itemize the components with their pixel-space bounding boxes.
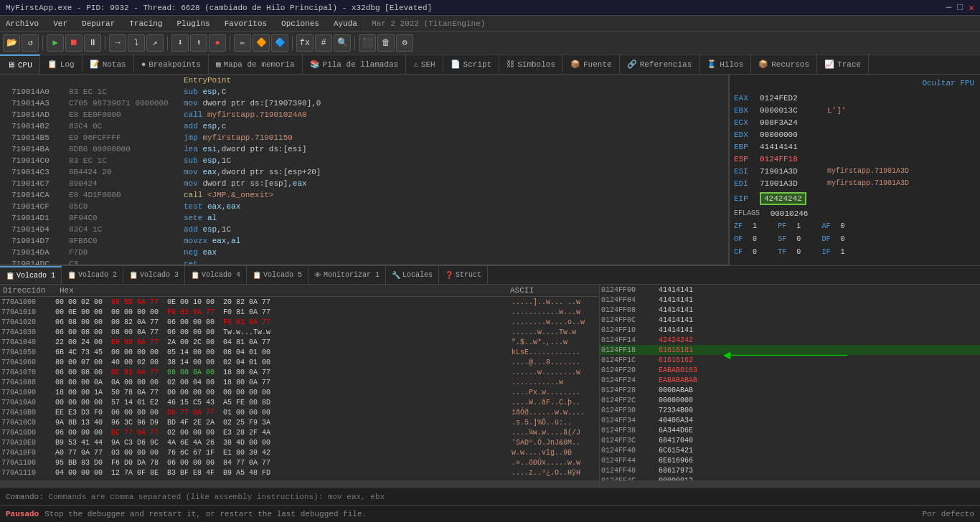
dump-row[interactable]: 770A10D0 06 00 00 00 BC 77 0A 77 02 00 0… [0,427,599,437]
menu-tracing[interactable]: Tracing [126,18,165,29]
toolbar-search[interactable]: 🔍 [334,34,351,52]
dump-row[interactable]: 770A10C0 9A 8B 13 40 96 3C 96 D9 BD 4F 2… [0,417,599,427]
hide-fpu-button[interactable]: Ocultar FPU [732,77,977,89]
toolbar-run[interactable]: ▶ [47,34,64,52]
stack-row[interactable]: 0124FF34 40406A34 [600,415,980,425]
tab-recursos[interactable]: 📦 Recursos [751,54,817,74]
toolbar-asm[interactable]: ✏ [234,34,251,52]
stack-row[interactable]: 0124FF2C 00000000 [600,395,980,405]
stack-row[interactable]: 0124FF20 EABAB6163 [600,365,980,375]
tab-pila[interactable]: 📚 Pila de llamadas [303,54,407,74]
disasm-row[interactable]: 719014A0 83 EC 1C sub esp,C [0,86,728,98]
tab-notas[interactable]: 📝 Notas [83,54,134,74]
toolbar-hash[interactable]: # [315,34,332,52]
reg-esi[interactable]: ESI 71901A3D myfirstapp.71901A3D [732,165,977,177]
disasm-row[interactable]: 719014B5 E9 96FCFFFF jmp myfirstapp.7190… [0,132,728,143]
tab-cpu[interactable]: 🖥 CPU [0,54,40,74]
toolbar-pause[interactable]: ⏸ [84,34,101,52]
disasm-row[interactable]: 719014D1 0F94C0 sete al [0,212,728,224]
tab-referencias[interactable]: 🔗 Referencias [620,54,700,74]
tab-seh[interactable]: ⚠ SEH [406,54,443,74]
toolbar-bp[interactable]: ● [209,34,226,52]
command-input[interactable] [48,493,974,501]
disasm-row[interactable]: 719014B2 83C4 0C add esp,c [0,120,728,132]
disasm-row[interactable]: 719014C7 890424 mov dword ptr ss:[esp],e… [0,178,728,189]
dump-row[interactable]: 770A1040 22 00 24 00 E0 80 0A 77 2A 00 2… [0,337,599,347]
toolbar-trace-over[interactable]: ⬇ [171,34,189,52]
menu-opciones[interactable]: Opciones [278,18,322,29]
menu-ayuda[interactable]: Ayuda [331,18,360,29]
reg-esp[interactable]: ESP 0124FF18 [732,153,977,165]
toolbar-stepin[interactable]: → [109,34,126,52]
disasm-row[interactable]: 719014AD E8 EE0F0000 call myfirstapp.719… [0,109,728,120]
reg-edi[interactable]: EDI 71901A3D myfirstapp.71901A3D [732,177,977,189]
dump-row[interactable]: 770A1010 00 0E 00 00 00 00 00 00 F0 81 0… [0,307,599,317]
toolbar-restart[interactable]: ↺ [22,34,39,52]
toolbar-log[interactable]: ⬛ [359,34,376,52]
tab-script[interactable]: 📄 Script [443,54,500,74]
btab-volcado3[interactable]: 📋 Volcado 3 [123,266,185,284]
menu-plugins[interactable]: Plugins [174,18,212,29]
tab-hilos[interactable]: 🧵 Hilos [699,54,751,74]
reg-ecx[interactable]: ECX 008F3A24 [732,116,977,128]
stack-row[interactable]: 0124FF00 41414141 [600,285,980,295]
disasm-row[interactable]: 719014BA 8DB6 00000000 lea esi,dword ptr… [0,143,728,155]
close-button[interactable]: ✕ [969,2,974,14]
stack-row-esp[interactable]: 0124FF18 61616161 ◄─────────────── [600,345,980,355]
disasm-row[interactable]: 719014A3 C705 98739071 0000000 mov dword… [0,98,728,109]
dump-row[interactable]: 770A1110 04 00 00 00 12 7A 0F 8E B3 BF E… [0,468,599,478]
toolbar-stop[interactable]: ⏹ [65,34,83,52]
reg-eax[interactable]: EAX 0124FED2 [732,92,977,104]
reg-ebp[interactable]: EBP 41414141 [732,141,977,153]
btab-volcado1[interactable]: 📋 Volcado 1 [0,266,62,284]
window-controls[interactable]: ─ □ ✕ [946,2,974,14]
toolbar-delete[interactable]: 🗑 [377,34,395,52]
dump-row[interactable]: 770A1100 95 BB 83 D0 F6 D0 DA 78 06 00 0… [0,457,599,468]
disasm-row[interactable]: 719014C3 8B4424 20 mov eax,dword ptr ss:… [0,166,728,178]
tab-trace[interactable]: 📈 Trace [817,54,869,74]
toolbar-stepover[interactable]: ⤵ [128,34,145,52]
tab-mapa[interactable]: ▦ Mapa de memoria [209,54,303,74]
btab-volcado2[interactable]: 📋 Volcado 2 [62,266,123,284]
disasm-row[interactable]: 719014CF 85C0 test eax,eax [0,201,728,212]
btab-locales[interactable]: 🔧 Locales [386,266,439,284]
stack-row[interactable]: 0124FF0C 41414141 [600,315,980,325]
stack-row[interactable]: 0124FF44 6E616966 [600,455,980,465]
tab-breakpoints[interactable]: ● Breakpoints [134,54,209,74]
menu-archivo[interactable]: Archivo [3,18,42,29]
tab-fuente[interactable]: 📦 Fuente [563,54,620,74]
toolbar-settings[interactable]: ⚙ [396,34,413,52]
btab-struct[interactable]: ❓ Struct [439,266,488,284]
stack-scroll[interactable]: 0124FF00 41414141 0124FF04 41414141 0124… [600,285,980,480]
stack-row[interactable]: 0124FF38 6A344D6E [600,425,980,435]
stack-row[interactable]: 0124FF3C 68417040 [600,435,980,445]
disasm-row[interactable]: 719014DC C3 ret [0,258,728,265]
dump-row[interactable]: 770A10A0 00 00 00 00 57 14 01 E2 46 15 C… [0,397,599,407]
disasm-row[interactable]: 719014C0 83 EC 1C sub esp,1C [0,155,728,166]
dump-row[interactable]: 770A1020 06 08 00 00 00 82 0A 77 06 00 0… [0,317,599,327]
dump-row[interactable]: 770A1090 18 00 00 1A 50 78 0A 77 00 00 0… [0,387,599,397]
tab-log[interactable]: 📋 Log [40,54,83,74]
dump-row[interactable]: 770A1050 6B 4C 73 45 00 00 00 00 05 14 0… [0,347,599,357]
btab-volcado4[interactable]: 📋 Volcado 4 [185,266,247,284]
stack-row[interactable]: 0124FF10 41414141 [600,325,980,335]
btab-monitorizar[interactable]: 👁 Monitorizar 1 [308,266,386,284]
dump-row[interactable]: 770A10F0 A0 77 0A 77 03 00 00 00 76 6C 6… [0,447,599,457]
stack-row[interactable]: 0124FF48 68617973 [600,465,980,475]
menu-depurar[interactable]: Depurar [79,18,118,29]
toolbar-stepout[interactable]: ↗ [146,34,164,52]
btab-volcado5[interactable]: 📋 Volcado 5 [247,266,308,284]
maximize-button[interactable]: □ [957,2,963,14]
stack-row[interactable]: 0124FF24 EABABABAB [600,375,980,385]
stack-row[interactable]: 0124FF4C 00000012 [600,475,980,480]
reg-edx[interactable]: EDX 00000000 [732,128,977,141]
dump-scrollbar-h[interactable] [0,480,599,488]
stack-row[interactable]: 0124FF04 41414141 [600,295,980,305]
stack-row[interactable]: 0124FF40 6C615421 [600,445,980,455]
dump-row[interactable]: 770A1070 06 00 08 00 DC 81 0A 77 08 00 0… [0,367,599,377]
toolbar-find[interactable]: 🔷 [271,34,288,52]
toolbar-exp[interactable]: fx [296,34,314,52]
dump-row[interactable]: 770A10E0 B9 53 41 44 9A C3 D6 9C 4A 6E 4… [0,437,599,447]
dump-row[interactable]: 770A1030 06 00 08 00 08 00 0A 77 06 00 0… [0,327,599,337]
disasm-row[interactable]: 719014D4 83C4 1C add esp,1C [0,224,728,235]
